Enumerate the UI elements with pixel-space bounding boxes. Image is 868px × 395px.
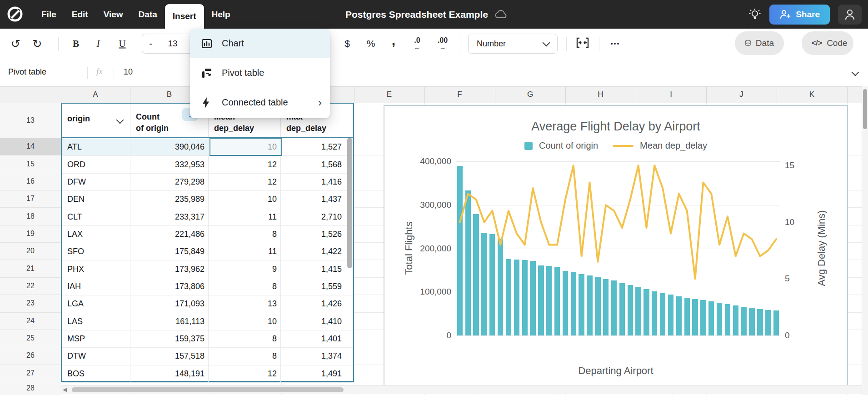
more-options-button[interactable]: ••• <box>611 40 620 47</box>
row-header-14[interactable]: 14 <box>0 138 61 155</box>
avatar[interactable] <box>838 5 862 25</box>
app-logo[interactable] <box>6 5 24 23</box>
cell-B22[interactable]: 173,806 <box>130 278 209 295</box>
increase-decimal-button[interactable]: .00 → <box>438 37 448 50</box>
cell-C15[interactable]: 12 <box>209 156 281 173</box>
row-header-27[interactable]: 27 <box>0 365 61 382</box>
cell-D16[interactable]: 1,416 <box>281 174 353 190</box>
menu-edit[interactable]: Edit <box>64 0 96 29</box>
cell-A19[interactable]: LAX <box>62 226 130 243</box>
cell-B26[interactable]: 157,518 <box>130 348 209 365</box>
row-header-15[interactable]: 15 <box>0 155 61 173</box>
currency-format-button[interactable]: $ <box>344 38 350 49</box>
bold-button[interactable]: B <box>73 38 79 50</box>
cell-C22[interactable]: 8 <box>209 278 281 295</box>
cell-D26[interactable]: 1,374 <box>281 348 353 365</box>
code-panel-button[interactable]: </> Code <box>802 31 853 55</box>
selected-cell-outline[interactable] <box>210 138 282 156</box>
row-header-19[interactable]: 19 <box>0 225 61 243</box>
cell-B18[interactable]: 233,317 <box>130 208 209 225</box>
cell-C18[interactable]: 11 <box>209 208 281 225</box>
cell-B27[interactable]: 148,191 <box>130 365 209 382</box>
cell-A21[interactable]: PHX <box>62 260 130 277</box>
column-header-E[interactable]: E <box>354 86 425 103</box>
column-header-blank[interactable] <box>847 86 862 103</box>
cell-A16[interactable]: DFW <box>62 174 130 190</box>
row-header-28[interactable]: 28 <box>0 382 61 395</box>
pivot-header-origin[interactable]: origin <box>62 104 130 137</box>
vertical-scrollbar[interactable] <box>862 86 868 395</box>
cell-C16[interactable]: 12 <box>209 174 281 190</box>
cell-D20[interactable]: 1,422 <box>281 243 353 260</box>
number-format-select[interactable]: Number <box>468 34 558 54</box>
menu-item-pivot-table[interactable]: Pivot table <box>190 58 330 88</box>
cell-A25[interactable]: MSP <box>62 330 130 347</box>
cell-B24[interactable]: 161,113 <box>130 313 209 330</box>
cell-D15[interactable]: 1,568 <box>281 156 353 173</box>
font-size-decrease-button[interactable]: - <box>149 38 152 50</box>
row-header-21[interactable]: 21 <box>0 260 61 277</box>
pivot-table-scrollbar[interactable] <box>347 138 352 268</box>
cell-B19[interactable]: 221,486 <box>130 226 209 243</box>
menu-file[interactable]: File <box>34 0 64 29</box>
document-title[interactable]: Postgres Spreadsheet Example <box>345 9 488 20</box>
decrease-decimal-button[interactable]: .0 ← <box>414 37 420 50</box>
theme-toggle-icon[interactable] <box>748 8 761 21</box>
percent-format-button[interactable]: % <box>367 38 375 49</box>
row-header-24[interactable]: 24 <box>0 312 61 330</box>
cell-B14[interactable]: 390,046 <box>130 139 209 155</box>
data-panel-button[interactable]: Data <box>735 31 784 55</box>
undo-button[interactable]: ↺ <box>11 37 20 50</box>
cell-B20[interactable]: 175,849 <box>130 243 209 260</box>
cell-D21[interactable]: 1,415 <box>281 260 353 277</box>
cell-B23[interactable]: 171,093 <box>130 295 209 312</box>
column-header-G[interactable]: G <box>495 86 566 103</box>
formula-input[interactable]: 10 <box>124 67 133 77</box>
column-header-H[interactable]: H <box>565 86 636 103</box>
cell-B25[interactable]: 159,375 <box>130 330 209 347</box>
horizontal-scrollbar[interactable]: ◀ <box>61 385 862 394</box>
pivot-table[interactable]: originCountof origin↓Meandep_delaymaxdep… <box>61 103 354 382</box>
cell-A20[interactable]: SFO <box>62 243 130 260</box>
row-header-26[interactable]: 26 <box>0 347 61 365</box>
menu-item-chart[interactable]: Chart <box>190 29 330 58</box>
cell-D14[interactable]: 1,527 <box>281 139 353 155</box>
cell-D22[interactable]: 1,559 <box>281 278 353 295</box>
column-header-K[interactable]: K <box>777 86 848 103</box>
underline-button[interactable]: U <box>119 38 125 50</box>
row-header-20[interactable]: 20 <box>0 242 61 260</box>
cell-D18[interactable]: 2,710 <box>281 208 353 225</box>
cell-C27[interactable]: 12 <box>209 365 281 382</box>
fit-columns-button[interactable] <box>575 37 590 50</box>
chart-object[interactable]: Average Flight Delay by Airport Count of… <box>384 105 848 386</box>
menu-insert[interactable]: Insert <box>165 4 204 29</box>
formula-bar-expand-chevron-icon[interactable] <box>852 69 859 76</box>
column-header-A[interactable]: A <box>61 86 130 103</box>
cell-C24[interactable]: 10 <box>209 313 281 330</box>
cell-C17[interactable]: 10 <box>209 191 281 208</box>
cell-A22[interactable]: IAH <box>62 278 130 295</box>
redo-button[interactable]: ↻ <box>33 37 42 50</box>
cell-A27[interactable]: BOS <box>62 365 130 382</box>
vertical-scrollbar-thumb[interactable] <box>863 89 867 129</box>
menu-help[interactable]: Help <box>204 0 238 29</box>
column-header-I[interactable]: I <box>636 86 707 103</box>
cell-C20[interactable]: 11 <box>209 243 281 260</box>
cell-B17[interactable]: 235,989 <box>130 191 209 208</box>
cell-A15[interactable]: ORD <box>62 156 130 173</box>
column-header-J[interactable]: J <box>706 86 777 103</box>
cell-A14[interactable]: ATL <box>62 139 130 155</box>
cell-A24[interactable]: LAS <box>62 313 130 330</box>
cell-B15[interactable]: 332,953 <box>130 156 209 173</box>
row-header-25[interactable]: 25 <box>0 330 61 347</box>
cell-reference[interactable]: Pivot table <box>8 67 46 77</box>
row-header-23[interactable]: 23 <box>0 295 61 312</box>
cell-C26[interactable]: 8 <box>209 348 281 365</box>
italic-button[interactable]: I <box>97 38 100 50</box>
cell-D17[interactable]: 1,437 <box>281 191 353 208</box>
menu-data[interactable]: Data <box>131 0 165 29</box>
font-size-value[interactable]: 13 <box>168 39 177 49</box>
row-header-13[interactable]: 13 <box>0 103 61 138</box>
cell-C21[interactable]: 9 <box>209 260 281 277</box>
cell-C25[interactable]: 8 <box>209 330 281 347</box>
